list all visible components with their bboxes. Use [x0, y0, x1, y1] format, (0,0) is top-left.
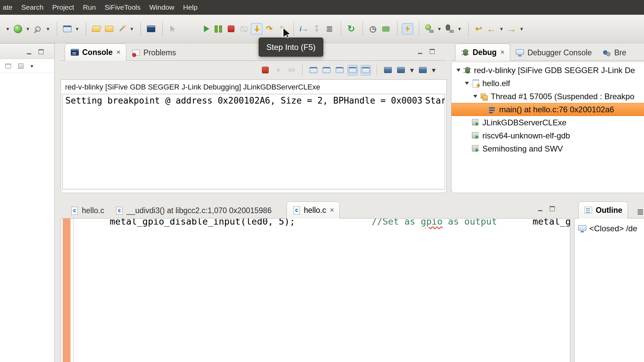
maximize-view-button[interactable] — [429, 48, 435, 54]
menu-item-sifivetools[interactable]: SiFiveTools — [100, 0, 145, 15]
toolbar-separator — [419, 22, 419, 36]
minimize-editor-button[interactable] — [537, 205, 543, 211]
suspend-button[interactable] — [213, 23, 224, 35]
editor-tab-hello-c[interactable]: hello.c× — [286, 201, 340, 219]
expander-arrow-icon[interactable] — [457, 69, 461, 72]
editor-tab-hello-c[interactable]: hello.c — [65, 203, 109, 218]
outline-tab-outline[interactable]: Outline — [578, 201, 628, 219]
debug-tab-debugger-console[interactable]: Debugger Console — [510, 45, 597, 60]
debug-tree-row[interactable]: JLinkGDBServerCLExe — [451, 116, 644, 129]
resume-button[interactable] — [200, 23, 211, 35]
profile-button[interactable]: ◷ — [367, 23, 379, 35]
run-button[interactable] — [12, 23, 23, 35]
run-last-tool-button[interactable] — [424, 23, 435, 35]
show-console-on-stdout-button[interactable] — [308, 65, 319, 75]
process-icon — [471, 118, 480, 127]
editor-annotation-ruler[interactable] — [61, 219, 74, 362]
back-button[interactable]: ← — [486, 23, 497, 35]
maximize-view-button[interactable] — [38, 48, 44, 54]
tab-label: Outline — [596, 206, 622, 215]
tree-label: Semihosting and SWV — [482, 144, 563, 154]
debug-tree-row[interactable]: main() at hello.c:76 0x200102a6 — [451, 103, 644, 116]
display-selected-console-button[interactable] — [396, 65, 406, 75]
menu-item-project[interactable]: Project — [48, 0, 78, 15]
debug-tabbar: Debug×Debugger ConsoleBre — [451, 43, 644, 61]
new-wizard-dropdown[interactable]: ▾ — [129, 23, 135, 35]
menu-item-run[interactable]: Run — [78, 0, 100, 15]
external-tools-button[interactable] — [30, 21, 46, 37]
collapse-all-button[interactable] — [3, 61, 13, 71]
code-segment: //Set as — [372, 219, 421, 227]
editor-tabbar: hello.c__udivdi3() at libgcc2.c:1,070 0x… — [61, 200, 570, 219]
debug-tree-row[interactable]: Semihosting and SWV — [451, 142, 644, 155]
step-into-button[interactable] — [251, 23, 262, 35]
load-config-button[interactable] — [91, 23, 102, 35]
executable-icon — [471, 79, 480, 87]
toolbar-separator — [141, 22, 141, 36]
console-tab-problems[interactable]: Problems — [126, 45, 181, 60]
expander-arrow-icon[interactable] — [465, 82, 469, 85]
open-perspective-button[interactable] — [61, 23, 73, 35]
forward-history-dropdown[interactable]: ▾ — [519, 23, 525, 35]
forward-button[interactable]: → — [506, 23, 517, 35]
terminate-button[interactable] — [225, 23, 237, 35]
scroll-lock-button[interactable] — [347, 65, 358, 75]
debug-last-button[interactable] — [444, 23, 455, 35]
word-wrap-button[interactable] — [334, 65, 345, 75]
c-file-icon — [292, 206, 301, 215]
close-icon[interactable]: × — [330, 206, 334, 214]
menu-item-help[interactable]: Help — [179, 0, 202, 15]
restart-button[interactable]: ↻ — [345, 23, 357, 35]
debug-tab-debug[interactable]: Debug× — [455, 44, 510, 61]
debug-last-dropdown[interactable]: ▾ — [457, 23, 463, 35]
editor-tab-udivdi3-at-libgcc2-c-1-070-0x20015986[interactable]: __udivdi3() at libgcc2.c:1,070 0x2001598… — [109, 203, 277, 218]
run-last-tool-dropdown[interactable]: ▾ — [436, 23, 442, 35]
outline-tabbar: Outline — [574, 200, 644, 219]
editor-body[interactable]: metal_gpio_disable_input(led0, 5); //Set… — [61, 219, 570, 362]
debug-panel: Debug×Debugger ConsoleBre red-v-blinky [… — [451, 43, 644, 193]
terminate-console-button[interactable] — [260, 65, 270, 75]
debug-tree-row[interactable]: Thread #1 57005 (Suspended : Breakpo — [451, 90, 644, 103]
menu-item-window[interactable]: Window — [145, 0, 179, 15]
open-console-list-button[interactable] — [418, 65, 428, 75]
console-tab-console[interactable]: Console× — [65, 44, 126, 61]
pin-console-button[interactable] — [361, 65, 371, 75]
open-console-button[interactable] — [145, 23, 157, 35]
minimize-view-button[interactable] — [25, 48, 32, 54]
open-perspective-dropdown[interactable]: ▾ — [74, 23, 80, 35]
close-icon[interactable]: × — [500, 49, 505, 56]
memory-button[interactable] — [380, 23, 391, 35]
new-wizard-button[interactable] — [116, 23, 127, 35]
display-selected-console-dropdown[interactable]: ▾ — [409, 65, 415, 75]
maximize-editor-button[interactable] — [549, 205, 555, 211]
back-history-dropdown[interactable]: ▾ — [498, 23, 504, 35]
outline-item[interactable]: <Closed> /de — [578, 224, 644, 233]
open-resource-button[interactable] — [103, 23, 115, 35]
use-step-filters-button[interactable]: ≣ — [324, 23, 335, 35]
show-console-on-stderr-button[interactable] — [321, 65, 332, 75]
tab-label: Console — [82, 48, 113, 57]
debug-tree-row[interactable]: riscv64-unknown-elf-gdb — [451, 129, 644, 142]
view-menu-dropdown[interactable]: ▾ — [29, 61, 35, 71]
debug-tree-row[interactable]: hello.elf — [451, 77, 644, 90]
trace-button[interactable] — [402, 23, 413, 35]
instruction-stepping-button[interactable]: i→ — [298, 23, 310, 35]
toolbar-separator — [468, 22, 469, 36]
perspective-dropdown[interactable]: ▾ — [5, 23, 11, 35]
console-text-widget[interactable]: Setting breakpoint @ address 0x200102A6,… — [62, 94, 445, 189]
link-with-editor-button[interactable] — [16, 61, 25, 71]
menu-item-search[interactable]: Search — [17, 0, 48, 15]
menu-item-navigate[interactable]: ate — [1, 0, 17, 15]
expander-arrow-icon[interactable] — [473, 95, 477, 98]
code-segment: as output — [442, 219, 497, 227]
clear-console-button[interactable] — [383, 65, 393, 75]
close-icon[interactable]: × — [116, 49, 121, 56]
debug-tree-row[interactable]: red-v-blinky [SiFive GDB SEGGER J-Link D… — [451, 64, 644, 77]
step-over-button[interactable]: ↷ — [264, 23, 275, 35]
debug-tab-bre[interactable]: Bre — [597, 45, 632, 60]
minimize-view-button[interactable] — [417, 48, 423, 54]
open-console-list-dropdown[interactable]: ▾ — [431, 65, 437, 75]
view-menu-icon[interactable] — [635, 206, 644, 217]
last-edit-location-button[interactable]: ↩ — [473, 23, 484, 35]
external-tools-dropdown[interactable]: ▾ — [45, 23, 51, 35]
